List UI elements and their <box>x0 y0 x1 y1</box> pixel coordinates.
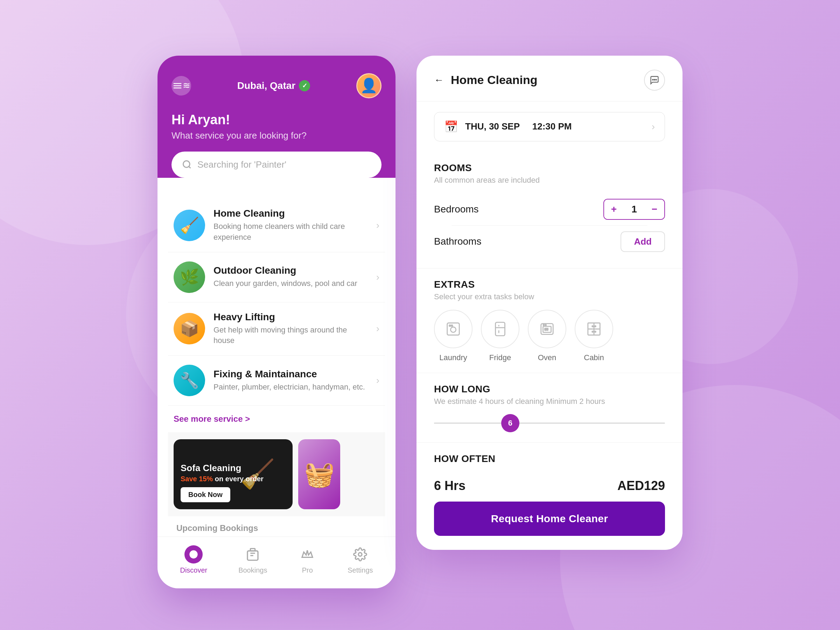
nav-item-discover[interactable]: Discover <box>180 545 207 574</box>
svg-point-5 <box>652 79 653 80</box>
svg-point-10 <box>449 325 451 326</box>
svg-rect-12 <box>496 322 505 336</box>
how-long-title: HOW LONG <box>434 384 665 395</box>
svg-point-26 <box>592 331 593 332</box>
bathrooms-label: Bathrooms <box>434 236 481 247</box>
bedrooms-increment[interactable]: + <box>604 199 624 219</box>
promo-section: 🧹 Sofa Cleaning Save 15% on every order … <box>168 432 385 516</box>
back-button[interactable]: ← <box>434 74 444 86</box>
fixing-name: Fixing & Maintainance <box>213 369 368 380</box>
svg-point-4 <box>358 553 362 556</box>
bookings-icon <box>243 545 262 564</box>
fixing-chevron: › <box>376 375 379 386</box>
nav-label-discover: Discover <box>180 566 207 574</box>
datetime-row[interactable]: 📅 THU, 30 SEP 12:30 PM › <box>434 112 665 141</box>
upcoming-section: Upcoming Bookings <box>168 516 385 537</box>
how-long-section: HOW LONG We estimate 4 hours of cleaning… <box>417 373 682 443</box>
book-now-button[interactable]: Book Now <box>181 487 230 502</box>
pro-icon <box>298 545 316 564</box>
promo-card[interactable]: 🧹 Sofa Cleaning Save 15% on every order … <box>174 439 293 509</box>
promo-save-text: Save 15% <box>181 475 213 483</box>
bedrooms-decrement[interactable]: − <box>645 199 664 219</box>
menu-icon[interactable]: ≋ <box>172 76 191 96</box>
service-item-fixing[interactable]: 🔧 Fixing & Maintainance Painter, plumber… <box>168 355 385 406</box>
greeting-sub-text: What service you are looking for? <box>172 130 382 141</box>
nav-item-settings[interactable]: Settings <box>347 545 373 574</box>
slider-value: 6 <box>508 418 512 428</box>
service-item-home-cleaning[interactable]: 🧹 Home Cleaning Booking home cleaners wi… <box>168 199 385 253</box>
bathrooms-add-button[interactable]: Add <box>621 231 665 252</box>
bathrooms-row: Bathrooms Add <box>434 226 665 257</box>
svg-point-24 <box>592 326 593 327</box>
extra-item-fridge[interactable]: Fridge <box>481 310 519 362</box>
svg-point-27 <box>595 331 596 332</box>
svg-point-18 <box>543 324 544 325</box>
avatar[interactable]: 👤 <box>356 73 382 98</box>
svg-point-11 <box>451 325 453 326</box>
cabinet-svg-icon <box>586 321 602 337</box>
extras-section: EXTRAS Select your extra tasks below Lau… <box>417 268 682 373</box>
cabinet-icon <box>575 310 613 348</box>
settings-icon <box>351 545 369 564</box>
extra-item-laundry[interactable]: Laundry <box>434 310 472 362</box>
nav-item-pro[interactable]: Pro <box>298 545 316 574</box>
rooms-title: ROOMS <box>434 163 665 174</box>
extra-item-oven[interactable]: 55 Oven <box>528 310 566 362</box>
svg-point-0 <box>183 161 190 167</box>
gear-icon <box>353 547 367 561</box>
service-item-outdoor-cleaning[interactable]: 🌿 Outdoor Cleaning Clean your garden, wi… <box>168 253 385 302</box>
service-item-heavy-lifting[interactable]: 📦 Heavy Lifting Get help with moving thi… <box>168 302 385 356</box>
duration-slider[interactable]: 6 <box>434 414 665 432</box>
location-badge[interactable]: Dubai, Qatar ✓ <box>237 80 310 92</box>
verify-icon: ✓ <box>299 80 310 92</box>
datetime-chevron: › <box>652 121 655 132</box>
chat-button[interactable] <box>644 69 665 91</box>
avatar-emoji: 👤 <box>360 77 377 94</box>
bedrooms-label: Bedrooms <box>434 204 479 215</box>
bedrooms-counter[interactable]: + 1 − <box>603 199 665 220</box>
extras-scroll: Laundry Fridge <box>434 310 665 362</box>
extra-item-cabinet[interactable]: Cabin <box>575 310 613 362</box>
left-phone: ≋ Dubai, Qatar ✓ 👤 Hi Aryan! What servic… <box>158 56 395 588</box>
discover-icon <box>189 549 199 559</box>
nav-item-bookings[interactable]: Bookings <box>238 545 267 574</box>
how-long-subtitle: We estimate 4 hours of cleaning Minimum … <box>434 397 665 406</box>
fixing-desc: Painter, plumber, electrician, handyman,… <box>213 382 368 393</box>
hours-label: 6 Hrs <box>434 478 466 493</box>
date-day: THU, 30 SEP <box>465 121 520 132</box>
slider-track: 6 <box>434 422 665 424</box>
heavy-lifting-icon: 📦 <box>174 313 205 344</box>
slider-thumb[interactable]: 6 <box>501 414 519 432</box>
svg-point-25 <box>595 326 596 327</box>
svg-point-6 <box>654 79 655 80</box>
upcoming-title: Upcoming Bookings <box>177 523 377 533</box>
svg-point-19 <box>545 324 546 325</box>
home-cleaning-desc: Booking home cleaners with child care ex… <box>213 221 368 243</box>
request-button[interactable]: Request Home Cleaner <box>434 502 665 536</box>
bottom-nav: Discover Bookings Pro <box>158 537 395 588</box>
top-bar: ≋ Dubai, Qatar ✓ 👤 <box>172 73 382 98</box>
heavy-lifting-chevron: › <box>376 323 379 334</box>
location-text: Dubai, Qatar <box>237 80 295 92</box>
services-list: 🧹 Home Cleaning Booking home cleaners wi… <box>168 199 385 406</box>
see-more-link[interactable]: See more service > <box>168 406 385 432</box>
datetime-inner: 📅 THU, 30 SEP 12:30 PM <box>444 120 572 133</box>
search-bar[interactable]: Searching for 'Painter' <box>172 152 382 178</box>
heavy-lifting-name: Heavy Lifting <box>213 311 368 323</box>
promo-card-2[interactable]: 🧺 <box>298 439 340 509</box>
nav-label-pro: Pro <box>302 566 313 574</box>
outdoor-cleaning-info: Outdoor Cleaning Clean your garden, wind… <box>213 265 368 289</box>
oven-label: Oven <box>538 353 556 362</box>
panel-title: Home Cleaning <box>451 73 537 87</box>
promo-save-suffix: on every order <box>215 475 264 483</box>
home-cleaning-info: Home Cleaning Booking home cleaners with… <box>213 208 368 243</box>
chat-icon <box>650 75 659 85</box>
washing-machine-icon <box>445 321 461 337</box>
bedrooms-row: Bedrooms + 1 − <box>434 193 665 226</box>
fixing-icon: 🔧 <box>174 365 205 396</box>
home-cleaning-chevron: › <box>376 220 379 231</box>
greeting-text: Hi Aryan! <box>172 112 382 127</box>
oven-svg-icon: 55 <box>539 321 555 337</box>
outdoor-cleaning-icon: 🌿 <box>174 261 205 293</box>
phone-body: 🧹 Home Cleaning Booking home cleaners wi… <box>158 178 395 537</box>
